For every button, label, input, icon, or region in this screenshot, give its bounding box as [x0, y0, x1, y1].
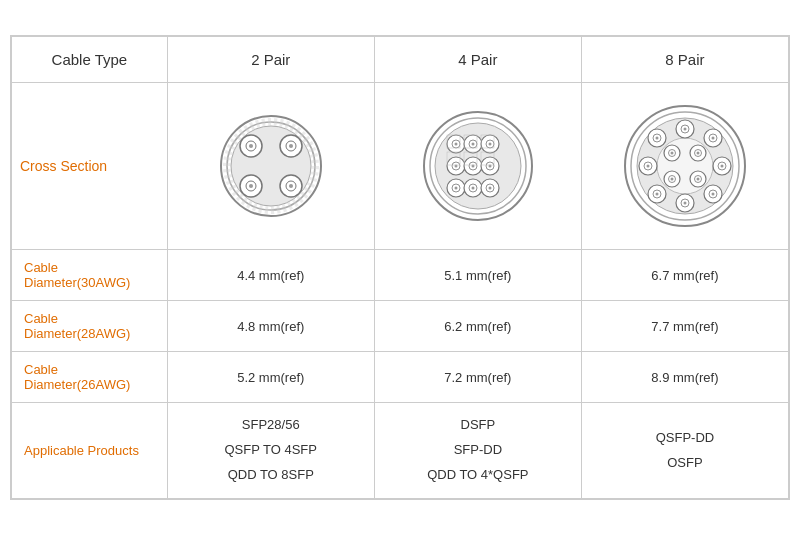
diameter-26awg-v1: 5.2 mm(ref)	[167, 352, 374, 403]
diameter-28awg-label: Cable Diameter(28AWG)	[12, 301, 168, 352]
svg-point-8	[289, 144, 293, 148]
diameter-30awg-v3: 6.7 mm(ref)	[581, 250, 788, 301]
diameter-30awg-v1: 4.4 mm(ref)	[167, 250, 374, 301]
svg-point-55	[657, 138, 713, 194]
svg-point-39	[454, 187, 457, 190]
svg-point-61	[711, 137, 714, 140]
svg-point-14	[289, 184, 293, 188]
applicable-v2: DSFPSFP-DDQDD TO 4*QSFP	[374, 403, 581, 498]
svg-point-5	[249, 144, 253, 148]
svg-point-79	[655, 137, 658, 140]
diameter-28awg-v3: 7.7 mm(ref)	[581, 301, 788, 352]
svg-point-73	[655, 193, 658, 196]
diameter-28awg-row: Cable Diameter(28AWG) 4.8 mm(ref) 6.2 mm…	[12, 301, 789, 352]
diameter-30awg-v2: 5.1 mm(ref)	[374, 250, 581, 301]
applicable-v1: SFP28/56QSFP TO 4SFPQDD TO 8SFP	[167, 403, 374, 498]
svg-point-91	[696, 178, 699, 181]
svg-point-24	[471, 143, 474, 146]
header-8pair: 8 Pair	[581, 37, 788, 83]
applicable-label: Applicable Products	[12, 403, 168, 498]
header-cable-type: Cable Type	[12, 37, 168, 83]
svg-point-11	[249, 184, 253, 188]
svg-point-88	[670, 178, 673, 181]
svg-point-58	[683, 128, 686, 131]
cross-section-8pair	[581, 83, 788, 250]
svg-point-45	[488, 187, 491, 190]
svg-point-27	[488, 143, 491, 146]
diameter-28awg-v1: 4.8 mm(ref)	[167, 301, 374, 352]
svg-point-64	[720, 165, 723, 168]
header-2pair: 2 Pair	[167, 37, 374, 83]
svg-point-76	[646, 165, 649, 168]
applicable-v3: QSFP-DDOSFP	[581, 403, 788, 498]
diameter-26awg-row: Cable Diameter(26AWG) 5.2 mm(ref) 7.2 mm…	[12, 352, 789, 403]
diameter-26awg-v3: 8.9 mm(ref)	[581, 352, 788, 403]
cross-section-4pair	[374, 83, 581, 250]
svg-point-42	[471, 187, 474, 190]
svg-point-21	[454, 143, 457, 146]
svg-point-85	[696, 152, 699, 155]
diameter-26awg-v2: 7.2 mm(ref)	[374, 352, 581, 403]
cross-section-row: Cross Section	[12, 83, 789, 250]
diameter-26awg-label: Cable Diameter(26AWG)	[12, 352, 168, 403]
svg-point-67	[711, 193, 714, 196]
cross-section-2pair	[167, 83, 374, 250]
diameter-30awg-label: Cable Diameter(30AWG)	[12, 250, 168, 301]
svg-point-70	[683, 202, 686, 205]
diameter-30awg-row: Cable Diameter(30AWG) 4.4 mm(ref) 5.1 mm…	[12, 250, 789, 301]
cross-section-label: Cross Section	[12, 83, 168, 250]
diameter-28awg-v2: 6.2 mm(ref)	[374, 301, 581, 352]
header-row: Cable Type 2 Pair 4 Pair 8 Pair	[12, 37, 789, 83]
applicable-products-row: Applicable Products SFP28/56QSFP TO 4SFP…	[12, 403, 789, 498]
svg-point-82	[670, 152, 673, 155]
header-4pair: 4 Pair	[374, 37, 581, 83]
